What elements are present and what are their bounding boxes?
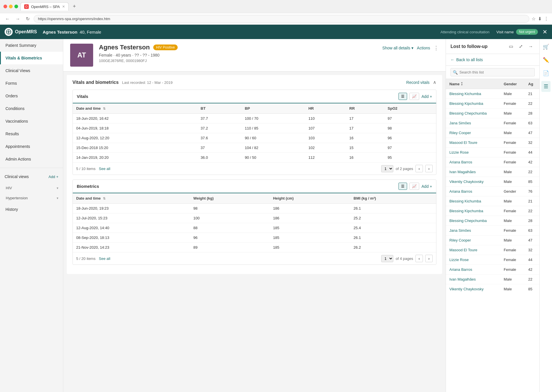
patient-link[interactable]: Ariana Barros [449, 160, 472, 164]
panel-minimize-button[interactable]: ▭ [507, 43, 515, 50]
patient-link[interactable]: Riley Cooper [449, 131, 471, 135]
list-item[interactable]: Masood El Toure Female 32 [446, 138, 539, 148]
panel-icon-edit[interactable]: ✏️ [540, 55, 551, 65]
patient-link[interactable]: Ivan Magalhães [449, 170, 476, 174]
biometrics-prev-page[interactable]: ‹ [415, 255, 423, 262]
table-view-button[interactable]: ☰ [398, 93, 407, 100]
sort-icon[interactable]: ⇅ [103, 197, 106, 200]
collapse-section-icon[interactable]: ∧ [433, 80, 436, 85]
list-item[interactable]: Blessing Kipchumba Female 22 [446, 206, 539, 216]
sort-name-button[interactable]: Name ▲▼ [449, 82, 497, 86]
bookmark-icon[interactable]: ☆ [532, 16, 536, 22]
list-item[interactable]: Ariana Barros Gender 76 [446, 187, 539, 196]
panel-expand-button[interactable]: ⤢ [517, 43, 524, 50]
list-item[interactable]: Blessing Kichumba Male 21 [446, 196, 539, 206]
add-biometrics-button[interactable]: Add + [421, 184, 432, 189]
see-all-vitals-button[interactable]: See all [99, 167, 110, 171]
more-options-icon[interactable]: ⋮ [434, 45, 439, 51]
sidebar-item-appointments[interactable]: Appointments [0, 140, 63, 153]
patient-link[interactable]: Ariana Barros [449, 267, 472, 272]
list-item[interactable]: Riley Cooper Male 47 [446, 128, 539, 138]
browser-tab[interactable]: O OpenMRS – SPA ✕ [20, 2, 69, 11]
sort-icon[interactable]: ⇅ [103, 107, 106, 110]
list-item[interactable]: Ivan Magalhães Male 22 [446, 167, 539, 177]
address-bar[interactable] [34, 15, 529, 23]
patient-link[interactable]: Ivan Magalhães [449, 277, 476, 281]
patient-link[interactable]: Masood El Toure [449, 140, 477, 145]
biometrics-page-select[interactable]: 1234 [381, 255, 393, 262]
patient-link[interactable]: Vikentiy Chaykovsky [449, 287, 484, 291]
list-item[interactable]: Vikentiy Chaykovsky Male 85 [446, 284, 539, 294]
sidebar-item-forms[interactable]: Forms [0, 77, 63, 90]
patient-link[interactable]: Blessing Chepchumba [449, 111, 487, 115]
minimize-window-button[interactable] [9, 5, 13, 8]
patient-link[interactable]: Blessing Kichumba [449, 199, 481, 203]
patient-link[interactable]: Jana Simões [449, 228, 471, 233]
patient-link[interactable]: Blessing Kichumba [449, 92, 481, 96]
sidebar-item-admin-actions[interactable]: Admin Actions [0, 153, 63, 165]
list-item[interactable]: Vikentiy Chaykovsky Male 85 [446, 177, 539, 187]
list-item[interactable]: Jana Simões Female 63 [446, 226, 539, 235]
header-close-button[interactable]: ✕ [543, 28, 547, 35]
patient-link[interactable]: Riley Cooper [449, 238, 471, 242]
new-tab-button[interactable]: + [71, 3, 78, 9]
sidebar-item-vitals-biometrics[interactable]: Vitals & Biometrics [0, 52, 63, 64]
sidebar-item-patient-summary[interactable]: Patient Summary [0, 39, 63, 52]
tab-close-button[interactable]: ✕ [62, 5, 65, 9]
list-item[interactable]: Jana Simões Female 63 [446, 118, 539, 128]
patient-link[interactable]: Ariana Barros [449, 189, 472, 194]
add-vitals-button[interactable]: Add + [421, 94, 432, 99]
show-all-details-button[interactable]: Show all details ▾ [382, 46, 413, 50]
menu-icon[interactable]: ⋮ [544, 16, 549, 22]
panel-icon-cart[interactable]: 🛒 [540, 41, 551, 52]
list-item[interactable]: Ariana Barros Female 42 [446, 157, 539, 167]
list-item[interactable]: Ivan Magalhães Male 22 [446, 275, 539, 284]
close-window-button[interactable] [3, 5, 7, 8]
vitals-next-page[interactable]: › [425, 165, 433, 172]
sidebar-item-results[interactable]: Results [0, 128, 63, 140]
vitals-page-select[interactable]: 12 [381, 165, 393, 172]
sidebar-item-orders[interactable]: Orders [0, 90, 63, 102]
list-item[interactable]: Lizzie Rose Female 44 [446, 148, 539, 157]
biometrics-table-view-button[interactable]: ☰ [398, 183, 407, 190]
actions-button[interactable]: Actions [417, 46, 430, 50]
list-item[interactable]: Blessing Chepchumba Male 28 [446, 109, 539, 118]
sidebar-item-conditions[interactable]: Conditions [0, 102, 63, 115]
patient-list-search-input[interactable] [451, 68, 535, 76]
patient-link[interactable]: Blessing Kipchumba [449, 209, 483, 213]
panel-icon-list[interactable]: ☰ [541, 81, 551, 92]
sidebar-item-hypertension[interactable]: Hypertension ▾ [0, 193, 63, 203]
sidebar-item-history[interactable]: History [0, 203, 63, 216]
patient-link[interactable]: Masood El Toure [449, 248, 477, 252]
sidebar-item-vaccinations[interactable]: Vaccinations [0, 115, 63, 128]
forward-button[interactable]: → [14, 16, 22, 22]
panel-navigate-button[interactable]: → [527, 43, 535, 50]
sidebar-item-hiv[interactable]: HIV ▾ [0, 183, 63, 193]
list-item[interactable]: Blessing Kipchumba Female 22 [446, 99, 539, 109]
biometrics-next-page[interactable]: › [425, 255, 433, 262]
list-item[interactable]: Lizzie Rose Female 44 [446, 255, 539, 265]
back-to-all-lists-button[interactable]: ← Back to all lists [451, 57, 483, 62]
fullscreen-window-button[interactable] [14, 5, 18, 8]
patient-link[interactable]: Lizzie Rose [449, 150, 469, 155]
patient-link[interactable]: Jana Simões [449, 121, 471, 125]
record-vitals-button[interactable]: Record vitals [406, 80, 430, 85]
patient-link[interactable]: Blessing Kipchumba [449, 101, 483, 106]
patient-link[interactable]: Vikentiy Chaykovsky [449, 179, 484, 184]
clinical-views-add-button[interactable]: Add + [49, 175, 58, 179]
list-item[interactable]: Blessing Chepchumba Male 28 [446, 216, 539, 226]
back-button[interactable]: ← [3, 16, 12, 22]
list-item[interactable]: Blessing Kichumba Male 21 [446, 89, 539, 99]
download-icon[interactable]: ⬇ [538, 16, 542, 22]
chart-view-button[interactable]: 📈 [409, 93, 419, 100]
patient-link[interactable]: Lizzie Rose [449, 258, 469, 262]
patient-link[interactable]: Blessing Chepchumba [449, 219, 487, 223]
list-item[interactable]: Riley Cooper Male 47 [446, 235, 539, 245]
vitals-prev-page[interactable]: ‹ [415, 165, 423, 172]
reload-button[interactable]: ↻ [24, 16, 31, 22]
list-item[interactable]: Masood El Toure Female 32 [446, 245, 539, 255]
sidebar-item-clinical-views[interactable]: Clinical Views [0, 64, 63, 77]
see-all-biometrics-button[interactable]: See all [99, 256, 110, 261]
list-item[interactable]: Ariana Barros Female 42 [446, 265, 539, 275]
panel-icon-document[interactable]: 📄 [540, 68, 551, 79]
